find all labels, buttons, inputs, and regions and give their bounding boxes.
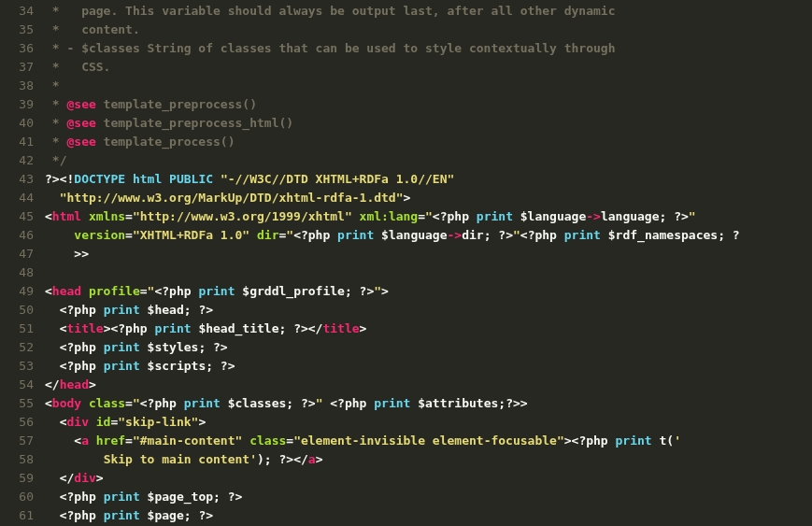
line-number: 43 xyxy=(0,170,34,189)
token: ?> xyxy=(278,452,293,466)
line-number: 58 xyxy=(0,450,34,469)
token xyxy=(89,415,96,429)
token xyxy=(162,172,169,186)
token: print xyxy=(477,209,513,223)
code-line[interactable]: * - $classes String of classes that can … xyxy=(45,39,812,58)
code-line[interactable]: * @see template_preprocess() xyxy=(45,95,812,114)
token: <?php xyxy=(60,359,104,373)
code-line[interactable]: <a href="#main-content" class="element-i… xyxy=(45,432,812,450)
code-line[interactable]: <?php print $page; ?> xyxy=(45,506,812,525)
code-line[interactable]: <?php print $page_top; ?> xyxy=(45,488,812,506)
token: > xyxy=(360,321,367,335)
token: <?php xyxy=(60,490,104,504)
token: $head; xyxy=(140,303,199,317)
token: print xyxy=(104,359,140,373)
code-line[interactable]: <?php print $styles; ?> xyxy=(45,338,812,357)
code-line[interactable]: </head> xyxy=(45,376,812,394)
token: $rdf_namespaces; xyxy=(601,228,733,242)
code-line[interactable]: <body class="<?php print $classes; ?>" <… xyxy=(45,394,812,413)
token: class xyxy=(249,434,286,448)
token: <?php xyxy=(140,396,184,410)
token: = xyxy=(140,284,148,298)
token: $grddl_profile; xyxy=(235,284,360,298)
line-number: 37 xyxy=(0,58,34,77)
token: */ xyxy=(45,153,66,167)
token: print xyxy=(616,434,652,448)
line-number: 59 xyxy=(0,469,34,488)
token: DOCTYPE xyxy=(74,172,125,186)
token: $attributes; xyxy=(410,396,506,410)
token: @see xyxy=(66,116,95,130)
token: template_process() xyxy=(96,135,235,149)
code-line[interactable]: */ xyxy=(45,151,812,170)
token: html xyxy=(133,172,162,186)
token: <?php xyxy=(154,284,198,298)
token: "element-invisible element-focusable" xyxy=(293,434,564,448)
token: template_preprocess_html() xyxy=(96,116,293,130)
token: xmlns xyxy=(89,209,125,223)
code-line[interactable]: * @see template_preprocess_html() xyxy=(45,114,812,133)
token: print xyxy=(184,396,221,410)
code-line[interactable]: Skip to main content'); ?></a> xyxy=(45,450,812,469)
code-line[interactable]: >> xyxy=(45,245,812,263)
token: <?php xyxy=(433,209,477,223)
token: > xyxy=(564,434,572,448)
line-number-gutter: 3435363738394041424344454647484950515253… xyxy=(0,2,45,526)
line-number: 61 xyxy=(0,506,34,525)
token: print xyxy=(104,340,140,354)
token: = xyxy=(125,396,133,410)
token: $language xyxy=(513,209,586,223)
token: html xyxy=(52,209,81,223)
code-line[interactable]: version="XHTML+RDFa 1.0" dir="<?php prin… xyxy=(45,226,812,245)
token: < xyxy=(74,434,81,448)
token: = xyxy=(125,209,133,223)
token xyxy=(125,172,133,186)
line-number: 50 xyxy=(0,301,34,320)
line-number: 47 xyxy=(0,245,34,263)
code-line[interactable]: * @see template_process() xyxy=(45,133,812,151)
token: = xyxy=(125,434,133,448)
token: >> xyxy=(74,247,89,261)
code-line[interactable]: <?php print $scripts; ?> xyxy=(45,357,812,376)
token: * xyxy=(45,78,60,92)
code-line[interactable]: <head profile="<?php print $grddl_profil… xyxy=(45,282,812,301)
line-number: 46 xyxy=(0,226,34,245)
code-line[interactable]: * xyxy=(45,77,812,95)
code-area[interactable]: * page. This variable should always be o… xyxy=(45,2,812,526)
token xyxy=(81,209,89,223)
token xyxy=(213,172,221,186)
token xyxy=(89,434,96,448)
token: version xyxy=(74,228,125,242)
token: * xyxy=(45,116,66,130)
line-number: 55 xyxy=(0,394,34,413)
code-line[interactable]: <html xmlns="http://www.w3.org/1999/xhtm… xyxy=(45,207,812,226)
token: profile xyxy=(89,284,140,298)
code-line[interactable]: <title><?php print $head_title; ?></titl… xyxy=(45,320,812,338)
code-line[interactable]: "http://www.w3.org/MarkUp/DTD/xhtml-rdfa… xyxy=(45,189,812,207)
token: * page. This variable should always be o… xyxy=(45,4,615,18)
code-line[interactable]: </div> xyxy=(45,469,812,488)
token: " xyxy=(425,209,433,223)
code-line[interactable]: * page. This variable should always be o… xyxy=(45,2,812,21)
code-line[interactable]: ?><!DOCTYPE html PUBLIC "-//W3C//DTD XHT… xyxy=(45,170,812,189)
token: "#main-content" xyxy=(133,434,242,448)
code-editor[interactable]: 3435363738394041424344454647484950515253… xyxy=(0,0,812,526)
code-line[interactable]: <?php print $head; ?> xyxy=(45,301,812,320)
token: Skip to main content' xyxy=(104,452,257,466)
token: > xyxy=(89,377,96,391)
code-line[interactable]: <div id="skip-link"> xyxy=(45,413,812,432)
token: a xyxy=(308,452,316,466)
code-line[interactable] xyxy=(45,263,812,282)
code-line[interactable]: * content. xyxy=(45,21,812,39)
code-line[interactable]: * CSS. xyxy=(45,58,812,77)
token: = xyxy=(418,209,425,223)
line-number: 51 xyxy=(0,320,34,338)
token: <?php xyxy=(60,340,104,354)
line-number: 40 xyxy=(0,114,34,133)
token: * CSS. xyxy=(45,60,110,74)
token xyxy=(242,434,249,448)
line-number: 41 xyxy=(0,133,34,151)
token: print xyxy=(104,490,140,504)
token: < xyxy=(45,396,52,410)
token: > xyxy=(96,471,104,485)
